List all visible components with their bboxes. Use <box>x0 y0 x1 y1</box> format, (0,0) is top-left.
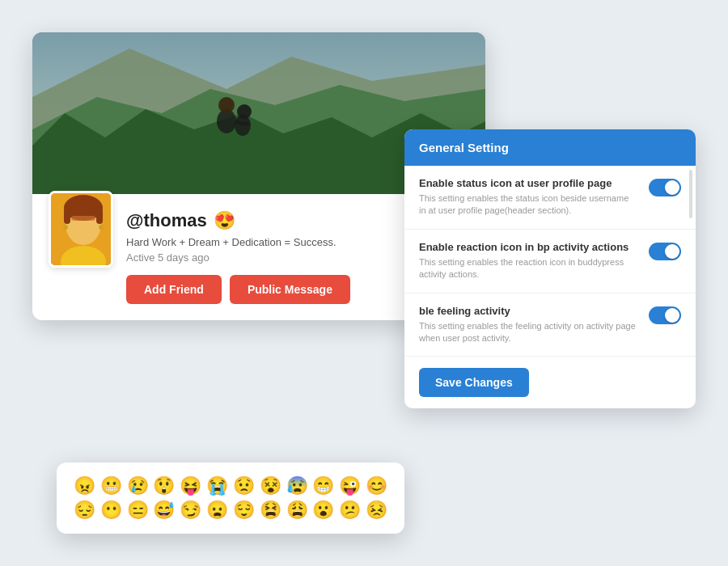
emoji-item[interactable]: 😔 <box>73 500 96 521</box>
save-button[interactable]: Save Changes <box>419 368 529 397</box>
emoji-item[interactable]: 😫 <box>259 500 282 521</box>
emoji-item[interactable]: 😮 <box>312 500 336 521</box>
settings-header: General Setting <box>404 129 696 166</box>
settings-row: Enable reaction icon in bp activity acti… <box>404 230 696 294</box>
emoji-card: 😠😬😢😲😝😭😟😵😰😁😜😊😔😶😑😅😏😦😌😫😩😮😕😣 <box>57 463 404 534</box>
emoji-grid: 😠😬😢😲😝😭😟😵😰😁😜😊😔😶😑😅😏😦😌😫😩😮😕😣 <box>73 475 388 521</box>
svg-point-15 <box>63 225 68 230</box>
emoji-item[interactable]: 😠 <box>73 475 96 496</box>
svg-rect-11 <box>64 208 70 224</box>
emoji-item[interactable]: 😏 <box>179 500 202 521</box>
settings-label: ble feeling activity <box>419 305 636 317</box>
username-text: @thomas <box>126 210 207 231</box>
emoji-item[interactable]: 😁 <box>312 475 336 496</box>
emoji-item[interactable]: 😕 <box>338 500 362 521</box>
avatar <box>49 191 113 268</box>
emoji-item[interactable]: 😦 <box>205 500 229 521</box>
settings-label: Enable reaction icon in bp activity acti… <box>419 241 636 253</box>
emoji-item[interactable]: 😊 <box>365 475 388 496</box>
toggle-1[interactable] <box>649 243 681 260</box>
emoji-item[interactable]: 😑 <box>126 500 150 521</box>
settings-desc: This setting enables the reaction icon i… <box>419 256 636 281</box>
toggle-0[interactable] <box>649 179 681 196</box>
toggle-2[interactable] <box>649 306 681 324</box>
settings-row: ble feeling activity This setting enable… <box>404 294 696 357</box>
settings-body: Enable status icon at user profile page … <box>404 166 696 357</box>
emoji-item[interactable]: 😜 <box>338 475 362 496</box>
emoji-item[interactable]: 😶 <box>99 500 123 521</box>
emoji-item[interactable]: 😬 <box>99 475 123 496</box>
emoji-item[interactable]: 😣 <box>365 500 388 521</box>
emoji-item[interactable]: 😲 <box>153 475 176 496</box>
emoji-item[interactable]: 😵 <box>259 475 282 496</box>
add-friend-button[interactable]: Add Friend <box>126 275 222 304</box>
emoji-item[interactable]: 😰 <box>286 475 309 496</box>
emoji-item[interactable]: 😝 <box>179 475 202 496</box>
settings-label: Enable status icon at user profile page <box>419 177 636 189</box>
scene: @thomas 😍 Hard Work + Dream + Dedication… <box>32 32 696 534</box>
emoji-item[interactable]: 😩 <box>286 500 309 521</box>
settings-footer: Save Changes <box>404 357 696 408</box>
svg-rect-13 <box>71 216 95 221</box>
emoji-item[interactable]: 😌 <box>232 500 256 521</box>
settings-label-group: ble feeling activity This setting enable… <box>419 305 636 345</box>
settings-row: Enable status icon at user profile page … <box>404 166 696 230</box>
settings-desc: This setting enables the status icon bes… <box>419 192 636 218</box>
username-emoji: 😍 <box>214 210 235 231</box>
settings-panel: General Setting Enable status icon at us… <box>404 129 696 408</box>
emoji-item[interactable]: 😅 <box>153 500 176 521</box>
emoji-item[interactable]: 😟 <box>232 475 256 496</box>
scrollbar[interactable] <box>689 170 692 218</box>
svg-point-5 <box>218 97 235 113</box>
svg-point-7 <box>237 104 252 119</box>
svg-point-16 <box>99 225 104 230</box>
settings-label-group: Enable reaction icon in bp activity acti… <box>419 241 636 281</box>
emoji-item[interactable]: 😭 <box>205 475 229 496</box>
public-message-button[interactable]: Public Message <box>230 275 350 304</box>
settings-label-group: Enable status icon at user profile page … <box>419 177 636 218</box>
emoji-item[interactable]: 😢 <box>126 475 150 496</box>
settings-desc: This setting enables the feeling activit… <box>419 320 636 345</box>
svg-rect-12 <box>96 208 103 224</box>
